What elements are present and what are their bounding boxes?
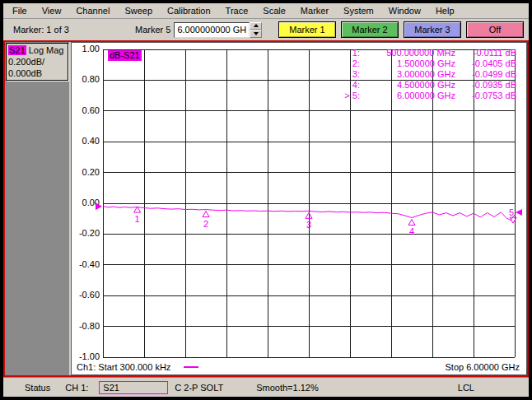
y-tick-label: -0.20 (72, 228, 100, 238)
spinner-up-button[interactable] (250, 22, 262, 30)
menu-sweep[interactable]: Sweep (117, 4, 160, 18)
control-mode-label: LCL (458, 383, 474, 393)
status-bar: Status CH 1: S21 C 2-P SOLT Smooth=1.12%… (3, 377, 529, 397)
menu-system[interactable]: System (336, 4, 381, 18)
plot-area: 1.000.800.600.400.200.00-0.20-0.40-0.60-… (71, 42, 527, 375)
marker5-spinner (250, 22, 262, 38)
marker-value: -0.0499 dB (455, 69, 516, 80)
y-tick-label: -0.40 (72, 259, 100, 269)
marker-value: -0.0935 dB (455, 80, 516, 91)
measurement-window: S21 Log Mag 0.200dB/ 0.000dB 1.000.800.6… (3, 40, 529, 377)
channel-label: CH 1: (65, 383, 88, 393)
marker-number: 3: (335, 69, 360, 80)
svg-text:3: 3 (306, 220, 311, 230)
marker-value: -0.0753 dB (455, 91, 516, 101)
svg-text:4: 4 (409, 226, 414, 236)
marker3-button[interactable]: Marker 3 (404, 21, 461, 38)
marker-button-group: Marker 1 Marker 2 Marker 3 Off (278, 21, 524, 38)
menu-scale[interactable]: Scale (255, 4, 293, 18)
marker-off-button[interactable]: Off (466, 21, 524, 38)
y-tick-label: 0.00 (72, 198, 100, 207)
calibration-status-label: C 2-P SOLT (175, 383, 223, 393)
marker5-frequency-input[interactable] (174, 22, 250, 38)
y-tick-label: 0.40 (72, 136, 100, 146)
trace-color-dash (184, 366, 198, 368)
marker-readout-row: 2: 1.500000 GHz -0.0405 dB (335, 58, 516, 69)
trace-sidebar: S21 Log Mag 0.200dB/ 0.000dB (5, 42, 71, 375)
marker-frequency: 500.000000 MHz (360, 48, 455, 58)
marker-readout-table: 1: 500.000000 MHz -0.0111 dB 2: 1.500000… (335, 48, 516, 101)
up-arrow-icon (254, 24, 259, 27)
menu-view[interactable]: View (35, 4, 69, 18)
y-tick-label: 0.20 (72, 167, 100, 177)
y-tick-label: -0.80 (72, 321, 100, 331)
active-trace-box: S21 (99, 381, 168, 394)
svg-text:2: 2 (203, 219, 208, 229)
marker-readout-row: 4: 4.500000 GHz -0.0935 dB (335, 80, 516, 91)
marker-value: -0.0405 dB (455, 58, 516, 69)
marker-toolbar: Marker: 1 of 3 Marker 5 Marker 1 Marker … (3, 19, 529, 40)
menu-trace[interactable]: Trace (218, 4, 256, 18)
y-tick-label: 0.60 (72, 105, 100, 115)
trace-scale-label: 0.200dB/ (8, 56, 66, 67)
trace-format-line: S21 Log Mag (8, 44, 66, 56)
marker-frequency: 3.000000 GHz (360, 69, 455, 80)
app-window: File View Channel Sweep Calibration Trac… (0, 0, 532, 400)
marker-number: > 5: (335, 91, 360, 101)
menu-marker[interactable]: Marker (293, 4, 336, 18)
trace-reference-label: 0.000dB (8, 67, 66, 79)
marker-readout-row: 3: 3.000000 GHz -0.0499 dB (335, 69, 516, 80)
menu-channel[interactable]: Channel (68, 4, 117, 18)
spinner-down-button[interactable] (250, 30, 262, 38)
y-tick-label: 1.00 (72, 44, 100, 53)
start-frequency-label: Ch1: Start 300.000 kHz (77, 362, 170, 372)
marker-value: -0.0111 dB (455, 48, 516, 58)
down-arrow-icon (254, 32, 259, 35)
trace-id-badge: S21 (8, 45, 26, 55)
svg-text:5: 5 (509, 207, 514, 217)
marker5-label: Marker 5 (135, 25, 170, 35)
trace-format-label: Log Mag (29, 45, 64, 55)
sweep-range-row: Ch1: Start 300.000 kHz Stop 6.00000 GHz (77, 362, 520, 372)
marker2-button[interactable]: Marker 2 (341, 21, 399, 38)
trace-properties-box[interactable]: S21 Log Mag 0.200dB/ 0.000dB (6, 43, 68, 81)
marker-frequency: 4.500000 GHz (360, 80, 455, 91)
smoothing-status-label: Smooth=1.12% (256, 383, 319, 393)
y-tick-label: 0.80 (72, 74, 100, 84)
y-tick-label: -1.00 (72, 351, 100, 361)
marker-frequency: 1.500000 GHz (360, 58, 455, 69)
marker-readout-row: 1: 500.000000 MHz -0.0111 dB (335, 48, 516, 58)
marker-readout-row: > 5: 6.000000 GHz -0.0753 dB (335, 91, 516, 101)
menu-window[interactable]: Window (381, 4, 428, 18)
status-label: Status (25, 383, 50, 393)
marker-number: 4: (335, 80, 360, 91)
menu-file[interactable]: File (5, 4, 35, 18)
stop-frequency-label: Stop 6.00000 GHz (445, 362, 520, 372)
marker-frequency: 6.000000 GHz (360, 91, 455, 101)
menu-bar: File View Channel Sweep Calibration Trac… (3, 3, 529, 19)
y-tick-label: -0.60 (72, 290, 100, 300)
marker-number: 2: (335, 58, 360, 69)
marker-number: 1: (335, 48, 360, 58)
marker1-button[interactable]: Marker 1 (278, 21, 336, 38)
menu-help[interactable]: Help (428, 4, 462, 18)
menu-calibration[interactable]: Calibration (160, 4, 218, 18)
svg-text:1: 1 (135, 214, 140, 224)
marker-status-label: Marker: 1 of 3 (13, 25, 135, 35)
